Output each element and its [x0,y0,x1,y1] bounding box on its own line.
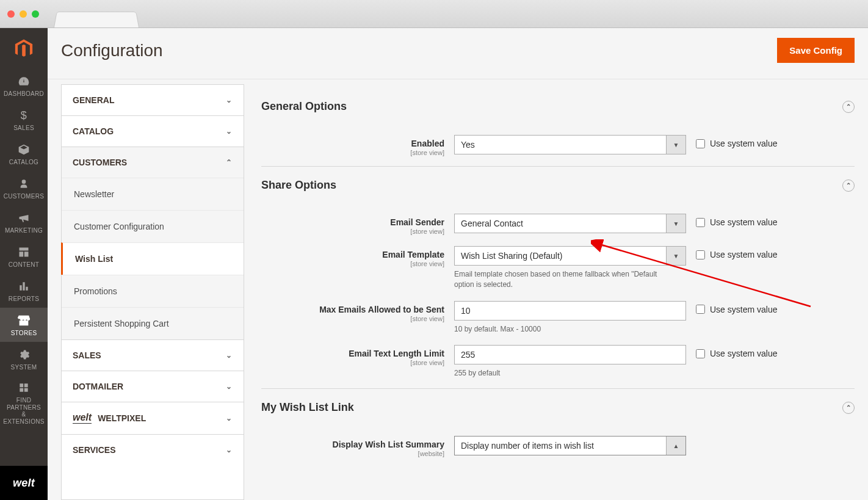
chevron-down-icon: ⌄ [225,414,233,422]
field-label: Enabled [261,139,444,148]
collapse-up-icon: ⌃ [842,402,855,414]
chevron-down-icon: ⌄ [225,446,233,454]
tab-label: SERVICES [73,445,116,455]
field-label: Email Text Length Limit [261,349,444,358]
form-panel: General Options ⌃ Enabled [store view] Y… [261,79,868,500]
checkbox[interactable] [696,349,705,358]
chevron-down-icon: ⌄ [225,96,233,104]
select-value: Yes [455,136,666,154]
chevron-down-icon [666,214,685,233]
checkbox-label: Use system value [710,217,777,227]
nav-find-partners[interactable]: FIND PARTNERS & EXTENSIONS [0,376,48,430]
page-header: Configuration Save Config [48,28,868,79]
checkbox[interactable] [696,218,705,227]
tab-weltpixel[interactable]: welt WELTPIXEL ⌄ [62,402,244,434]
config-tabs: GENERAL ⌄ CATALOG ⌄ CUSTOMERS ⌃ Newslett… [61,84,244,500]
tab-label: WELTPIXEL [98,413,146,423]
nav-dashboard[interactable]: DASHBOARD [0,68,48,103]
nav-sales[interactable]: $ SALES [0,103,48,137]
window-zoom-icon [32,10,39,18]
field-max-emails: Max Emails Allowed to be Sent [store vie… [261,294,855,338]
chevron-down-icon [666,247,685,265]
select-value: Wish List Sharing (Default) [455,247,666,265]
field-note: Email template chosen based on theme fal… [454,269,674,290]
enabled-select[interactable]: Yes [454,135,686,154]
field-scope: [store view] [261,260,444,267]
tab-customers[interactable]: CUSTOMERS ⌃ [62,147,244,178]
checkbox-label: Use system value [710,139,777,148]
nav-marketing[interactable]: MARKETING [0,205,48,239]
chevron-up-icon: ⌃ [225,158,233,167]
tab-services[interactable]: SERVICES ⌄ [62,434,244,465]
divider [261,388,855,389]
fieldset-title: Share Options [261,179,336,192]
fieldset-toggle-share[interactable]: Share Options ⌃ [261,173,855,203]
field-text-limit: Email Text Length Limit [store view] 255… [261,338,855,382]
nav-content[interactable]: CONTENT [0,239,48,274]
tab-general[interactable]: GENERAL ⌄ [62,84,244,115]
field-scope: [website] [261,450,444,457]
email-sender-select[interactable]: General Contact [454,214,686,233]
nav-label: CONTENT [0,261,48,268]
welt-logo-text: welt [13,477,35,490]
subtab-newsletter[interactable]: Newsletter [62,178,244,210]
field-display-summary: Display Wish List Summary [website] Disp… [261,425,855,461]
page-title: Configuration [61,41,163,60]
use-system-email-sender[interactable]: Use system value [696,214,777,227]
save-config-button[interactable]: Save Config [777,38,855,63]
subtab-promotions[interactable]: Promotions [62,275,244,307]
welt-brand-icon: welt [73,413,92,424]
select-value: General Contact [455,214,666,233]
nav-label: CUSTOMERS [0,193,48,200]
display-summary-select[interactable]: Display number of items in wish list [454,436,686,455]
tab-label: SALES [73,350,101,360]
fieldset-toggle-wishlist-link[interactable]: My Wish List Link ⌃ [261,395,855,425]
magento-logo-icon[interactable] [10,35,37,62]
browser-titlebar [0,0,868,28]
field-note: 10 by default. Max - 10000 [454,324,674,335]
nav-reports[interactable]: REPORTS [0,274,48,308]
use-system-max-emails[interactable]: Use system value [696,301,777,314]
field-enabled: Enabled [store view] Yes Use system valu… [261,124,855,160]
use-system-text-limit[interactable]: Use system value [696,345,777,358]
nav-label: MARKETING [0,227,48,234]
fieldset-title: My Wish List Link [261,401,354,414]
fieldset-share-options: Share Options ⌃ Email Sender [store view… [261,173,855,389]
collapse-up-icon: ⌃ [842,179,855,192]
checkbox[interactable] [696,250,705,259]
fieldset-toggle-general[interactable]: General Options ⌃ [261,94,855,124]
field-label: Email Sender [261,217,444,227]
tab-catalog[interactable]: CATALOG ⌄ [62,115,244,147]
chevron-down-icon: ⌄ [225,351,233,360]
field-scope: [store view] [261,359,444,366]
subtab-persistent-cart[interactable]: Persistent Shopping Cart [62,307,244,339]
window-close-icon [7,10,15,18]
checkbox-label: Use system value [710,349,777,358]
field-email-template: Email Template [store view] Wish List Sh… [261,239,855,294]
checkbox[interactable] [696,305,705,314]
bar-chart-icon [0,280,48,293]
email-template-select[interactable]: Wish List Sharing (Default) [454,246,686,266]
field-scope: [store view] [261,315,444,322]
nav-customers[interactable]: CUSTOMERS [0,171,48,205]
use-system-enabled[interactable]: Use system value [696,135,777,148]
subtab-wish-list[interactable]: Wish List [61,242,244,275]
gauge-icon [0,74,48,88]
nav-system[interactable]: SYSTEM [0,342,48,376]
tab-sales[interactable]: SALES ⌄ [62,339,244,371]
tab-label: CATALOG [73,126,114,136]
tab-dotmailer[interactable]: DOTMAILER ⌄ [62,371,244,402]
main-region: Configuration Save Config GENERAL ⌄ CATA… [48,28,868,500]
max-emails-input[interactable] [454,301,686,321]
use-system-email-template[interactable]: Use system value [696,246,777,259]
nav-catalog[interactable]: CATALOG [0,137,48,171]
text-limit-input[interactable] [454,345,686,364]
nav-stores[interactable]: STORES [0,308,48,342]
subtab-customer-configuration[interactable]: Customer Configuration [62,210,244,242]
fieldset-title: General Options [261,100,347,113]
field-label: Email Template [261,250,444,259]
browser-tab[interactable] [54,12,139,27]
checkbox[interactable] [696,139,705,148]
collapse-up-icon: ⌃ [842,101,855,113]
nav-label: FIND PARTNERS & EXTENSIONS [1,397,46,425]
